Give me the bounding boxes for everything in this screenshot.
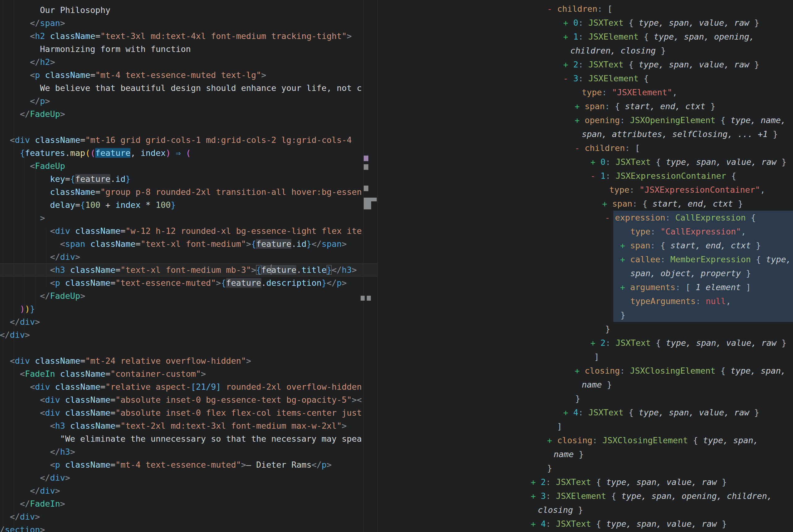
tree-toggle-expand-icon[interactable]: +	[563, 60, 574, 69]
code-line[interactable]: <p className="text-essence-muted">{featu…	[0, 277, 377, 289]
tree-toggle-expand-icon[interactable]: +	[602, 199, 612, 208]
ast-line[interactable]: }	[378, 392, 793, 405]
ast-line[interactable]: + 2: JSXText { type, span, value, raw }	[378, 58, 793, 72]
ast-line[interactable]: + 2: JSXText { type, span, value, raw }	[378, 336, 793, 350]
code-line[interactable]: <div className="w-12 h-12 rounded-xl bg-…	[0, 225, 377, 238]
ast-line[interactable]: - children: [	[378, 141, 793, 155]
code-line[interactable]: ))}	[0, 303, 377, 316]
code-line[interactable]: <h2 className="text-3xl md:text-4xl font…	[0, 30, 377, 43]
code-line[interactable]: <FadeIn className="container-custom">	[0, 367, 377, 380]
tree-toggle-expand-icon[interactable]: +	[531, 491, 541, 501]
tree-toggle-expand-icon[interactable]: +	[620, 282, 630, 292]
ast-line-highlighted[interactable]: }	[378, 308, 793, 322]
code-line[interactable]: delay={100 + index * 100}	[0, 198, 377, 212]
tree-toggle-collapse-icon[interactable]: -	[575, 143, 585, 153]
ast-line[interactable]: + span: { start, end, ctxt }	[378, 197, 793, 211]
tree-toggle-expand-icon[interactable]: +	[531, 519, 541, 529]
code-line[interactable]: "We eliminate the unnecessary so that th…	[0, 432, 377, 445]
code-line[interactable]: <div className="mt-24 relative overflow-…	[0, 355, 377, 367]
tree-toggle-collapse-icon[interactable]: -	[563, 74, 574, 83]
ast-line[interactable]: children, closing }	[378, 44, 793, 58]
ast-line[interactable]: + 4: JSXText { type, span, value, raw }	[378, 405, 793, 419]
tree-toggle-expand-icon[interactable]: +	[547, 436, 557, 445]
tree-toggle-expand-icon[interactable]: +	[620, 241, 630, 250]
code-line[interactable]: </FadeIn>	[0, 497, 377, 510]
code-line[interactable]: </div>	[0, 484, 377, 497]
code-line[interactable]: <div className="mt-16 grid grid-cols-1 m…	[0, 134, 377, 147]
tree-toggle-expand-icon[interactable]: +	[575, 115, 585, 125]
ast-line[interactable]: }	[378, 322, 793, 336]
ast-line[interactable]: + 0: JSXText { type, span, value, raw }	[378, 16, 793, 30]
ast-line-highlighted[interactable]: - expression: CallExpression {	[378, 211, 793, 225]
tree-toggle-collapse-icon[interactable]: -	[591, 171, 601, 180]
code-line[interactable]: {features.map((feature, index) ⇒ (	[0, 147, 377, 159]
ast-line[interactable]: name }	[378, 378, 793, 392]
tree-toggle-expand-icon[interactable]: +	[591, 157, 601, 167]
ast-line-highlighted[interactable]: typeArguments: null,	[378, 294, 793, 308]
code-line[interactable]: </section>	[0, 523, 377, 532]
tree-toggle-expand-icon[interactable]: +	[575, 101, 585, 111]
ast-line[interactable]: }	[378, 461, 793, 475]
code-line[interactable]: </h3>	[0, 445, 377, 458]
code-line[interactable]: <div className="absolute inset-0 flex fl…	[0, 406, 377, 419]
ast-line[interactable]: + 0: JSXText { type, span, value, raw }	[378, 155, 793, 169]
ast-line[interactable]: closing }	[378, 503, 793, 517]
code-line[interactable]: Our Philosophy	[0, 4, 377, 17]
code-line[interactable]: </FadeUp>	[0, 289, 377, 303]
ast-line-highlighted[interactable]: + span: { start, end, ctxt }	[378, 239, 793, 252]
code-line[interactable]: >	[0, 212, 377, 225]
code-line[interactable]: <div className="relative aspect-[21/9] r…	[0, 380, 377, 394]
code-line[interactable]: <FadeUp	[0, 159, 377, 173]
ast-line[interactable]: + span: { start, end, ctxt }	[378, 99, 793, 113]
ast-line[interactable]: ]	[378, 350, 793, 364]
tree-toggle-expand-icon[interactable]: +	[563, 18, 574, 27]
tree-toggle-collapse-icon[interactable]: -	[605, 213, 615, 222]
code-line[interactable]: </div>	[0, 471, 377, 484]
ast-line-highlighted[interactable]: span, object, property }	[378, 266, 793, 280]
code-line[interactable]: </div>	[0, 316, 377, 328]
ast-line[interactable]: - children: [	[378, 2, 793, 16]
code-line[interactable]: key={feature.id}	[0, 173, 377, 186]
ast-line[interactable]: + 4: JSXText { type, span, value, raw }	[378, 517, 793, 531]
ast-line[interactable]: + opening: JSXOpeningElement { type, nam…	[378, 113, 793, 127]
code-line[interactable]: <div className="absolute inset-0 bg-esse…	[0, 394, 377, 406]
code-line[interactable]: className="group p-8 rounded-2xl transit…	[0, 186, 377, 198]
ast-line[interactable]: ]	[378, 419, 793, 433]
ast-line[interactable]: + 2: JSXText { type, span, value, raw }	[378, 475, 793, 489]
code-line[interactable]: </p>	[0, 95, 377, 108]
ast-line[interactable]: + closing: JSXClosingElement { type, spa…	[378, 433, 793, 447]
tree-toggle-expand-icon[interactable]: +	[620, 254, 630, 264]
code-line[interactable]	[0, 341, 377, 355]
code-line[interactable]: </h2>	[0, 56, 377, 69]
code-line[interactable]: </div>	[0, 510, 377, 523]
ast-line-highlighted[interactable]: type: "CallExpression",	[378, 225, 793, 239]
pane-divider[interactable]	[377, 0, 378, 532]
code-line[interactable]: </div>	[0, 328, 377, 341]
code-line[interactable]: </FadeUp>	[0, 108, 377, 121]
code-line[interactable]: <p className="mt-4 text-essence-muted">—…	[0, 458, 377, 471]
ast-line[interactable]: + closing: JSXClosingElement { type, spa…	[378, 364, 793, 378]
ast-tree-pane[interactable]: - children: [+ 0: JSXText { type, span, …	[378, 0, 793, 532]
tree-toggle-expand-icon[interactable]: +	[563, 32, 574, 41]
ast-line[interactable]: + 1: JSXElement { type, span, opening,	[378, 30, 793, 44]
tree-toggle-expand-icon[interactable]: +	[563, 408, 574, 417]
tree-toggle-expand-icon[interactable]: +	[591, 338, 601, 348]
ast-line[interactable]: type: "JSXElement",	[378, 86, 793, 99]
ast-line[interactable]: - 1: JSXExpressionContainer {	[378, 169, 793, 183]
code-line[interactable]: We believe that beautiful design should …	[0, 82, 377, 95]
code-line[interactable]	[0, 121, 377, 134]
ast-line[interactable]: span, attributes, selfClosing, ... +1 }	[378, 127, 793, 141]
code-line[interactable]: </span>	[0, 17, 377, 30]
ast-line[interactable]: type: "JSXExpressionContainer",	[378, 183, 793, 197]
code-editor-pane[interactable]: Our Philosophy </span> <h2 className="te…	[0, 0, 377, 532]
code-line[interactable]: <h3 className="text-2xl md:text-3xl font…	[0, 419, 377, 432]
ast-line[interactable]: name }	[378, 447, 793, 461]
tree-toggle-expand-icon[interactable]: +	[575, 366, 585, 376]
code-line[interactable]: Harmonizing form with function	[0, 43, 377, 56]
ast-line[interactable]: - 3: JSXElement {	[378, 72, 793, 86]
tree-toggle-collapse-icon[interactable]: -	[547, 4, 557, 14]
ast-line[interactable]: + 3: JSXElement { type, span, opening, c…	[378, 489, 793, 503]
ast-line-highlighted[interactable]: + callee: MemberExpression { type,	[378, 252, 793, 266]
ast-line-highlighted[interactable]: + arguments: [ 1 element ]	[378, 280, 793, 294]
code-line[interactable]: <span className="text-xl font-medium">{f…	[0, 238, 377, 250]
